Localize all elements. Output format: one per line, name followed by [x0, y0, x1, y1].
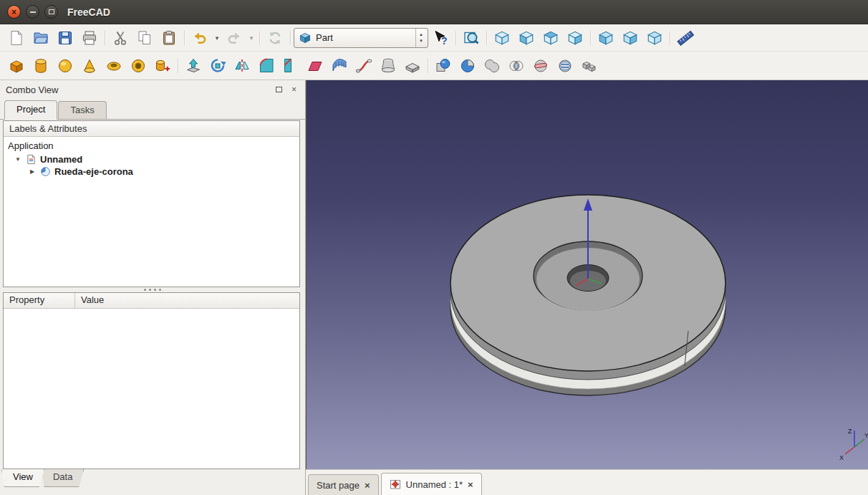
part-make-face-button[interactable] [303, 54, 327, 77]
part-tube-button[interactable] [126, 54, 150, 77]
axis-indicator: Z Y X [839, 428, 868, 461]
tree-body[interactable]: Application ▼ Unnamed ▶ Rueda-eje-corona [4, 137, 299, 287]
cut-button[interactable] [108, 27, 132, 49]
tree-root-application[interactable]: Application [6, 139, 296, 153]
chamfer-icon [282, 57, 299, 75]
extrude-icon [185, 57, 202, 75]
whats-this-button[interactable]: ? [428, 27, 453, 49]
tab-project[interactable]: Project [4, 100, 57, 120]
part-shape-builder-button[interactable] [150, 54, 175, 77]
tab-data-label: Data [53, 471, 72, 482]
part-cone-button[interactable] [77, 54, 102, 77]
save-icon [57, 29, 74, 47]
window-close-button[interactable]: × [7, 5, 21, 19]
part-torus-button[interactable] [102, 54, 126, 77]
tree-item-part[interactable]: ▶ Rueda-eje-corona [6, 165, 296, 178]
property-table-body[interactable] [4, 309, 299, 468]
open-document-button[interactable] [29, 27, 53, 49]
part-compound-button[interactable] [577, 54, 602, 77]
part-extrude-button[interactable] [181, 54, 206, 77]
part-sphere-button[interactable] [53, 54, 77, 77]
titlebar: × FreeCAD [0, 0, 868, 24]
document-tab-bar: Start page × Unnamed : 1* × [306, 469, 868, 495]
combo-view-float-button[interactable] [274, 85, 284, 95]
tree-item-document[interactable]: ▼ Unnamed [6, 153, 296, 165]
fit-all-button[interactable] [459, 27, 483, 49]
view-right-icon [566, 29, 584, 47]
part-sweep-button[interactable] [352, 54, 376, 77]
view-top-button[interactable] [539, 27, 563, 49]
value-column-header[interactable]: Value [75, 293, 299, 308]
window-close-icon: × [11, 8, 16, 16]
property-mode-tabs: View Data [1, 469, 81, 491]
tab-tasks-label: Tasks [70, 105, 94, 115]
box-icon [8, 57, 25, 75]
part-common-button[interactable] [504, 54, 529, 77]
window-maximize-button[interactable] [44, 5, 58, 19]
whats-this-icon: ? [432, 29, 449, 47]
view-axonometric-button[interactable] [490, 27, 514, 49]
copy-button[interactable] [132, 27, 157, 49]
measure-linear-button[interactable] [673, 27, 698, 49]
view-front-button[interactable] [514, 27, 539, 49]
workbench-spinner[interactable]: ▲ ▼ [415, 29, 426, 47]
part-cut-button[interactable] [455, 54, 480, 77]
part-section-button[interactable] [529, 54, 553, 77]
view-bottom-icon [622, 29, 639, 47]
part-cross-sections-button[interactable] [553, 54, 577, 77]
part-mirror-button[interactable] [230, 54, 254, 77]
part-thickness-button[interactable] [400, 54, 425, 77]
revolve-icon [209, 57, 226, 75]
doc-tab-unnamed[interactable]: Unnamed : 1* × [381, 473, 482, 495]
view-rear-button[interactable] [594, 27, 618, 49]
part-union-button[interactable] [480, 54, 504, 77]
view-left-icon [646, 29, 663, 47]
paste-button[interactable] [157, 27, 181, 49]
sphere-icon [57, 57, 74, 75]
redo-dropdown-button[interactable]: ▾ [246, 27, 256, 49]
view-front-icon [518, 29, 535, 47]
part-boolean-button[interactable] [431, 54, 455, 77]
tab-view[interactable]: View [1, 469, 44, 487]
expander-open-icon[interactable]: ▼ [14, 156, 22, 163]
tube-icon [130, 57, 147, 75]
print-button[interactable] [77, 27, 102, 49]
save-document-button[interactable] [53, 27, 77, 49]
property-column-header[interactable]: Property [4, 293, 75, 308]
combo-view-close-button[interactable]: × [289, 85, 299, 95]
part-box-button[interactable] [4, 54, 29, 77]
3d-view-canvas[interactable]: Z Y X [307, 80, 868, 469]
undo-button[interactable] [188, 27, 212, 49]
tab-tasks[interactable]: Tasks [58, 101, 106, 119]
part-chamfer-button[interactable] [279, 54, 303, 77]
redo-button[interactable] [222, 27, 246, 49]
part-loft-button[interactable] [376, 54, 400, 77]
part-cylinder-button[interactable] [29, 54, 53, 77]
paste-icon [160, 29, 178, 47]
window-minimize-button[interactable] [26, 5, 39, 19]
close-tab-icon[interactable]: × [468, 480, 473, 489]
print-icon [81, 29, 98, 47]
doc-tab-start-page[interactable]: Start page × [308, 474, 379, 495]
close-panel-icon: × [291, 85, 296, 94]
part-ruled-surface-button[interactable] [327, 54, 352, 77]
new-document-button[interactable] [4, 27, 29, 49]
view-top-icon [542, 29, 559, 47]
view-left-button[interactable] [642, 27, 667, 49]
3d-viewport[interactable]: Z Y X [306, 80, 868, 469]
view-bottom-button[interactable] [618, 27, 642, 49]
combo-view-title: Combo View [6, 85, 269, 95]
panel-splitter[interactable] [3, 287, 300, 292]
window-maximize-icon [49, 9, 54, 14]
part-revolve-button[interactable] [206, 54, 230, 77]
view-right-button[interactable] [563, 27, 587, 49]
cylinder-icon [32, 57, 49, 75]
undo-dropdown-button[interactable]: ▾ [212, 27, 222, 49]
tab-data[interactable]: Data [42, 469, 84, 487]
close-tab-icon[interactable]: × [365, 481, 370, 490]
part-fillet-button[interactable] [254, 54, 279, 77]
refresh-button[interactable] [263, 27, 287, 49]
expander-closed-icon[interactable]: ▶ [28, 168, 37, 175]
tree-header: Labels & Attributes [4, 121, 299, 137]
workbench-selector[interactable]: Part ▲ ▼ [294, 28, 428, 48]
